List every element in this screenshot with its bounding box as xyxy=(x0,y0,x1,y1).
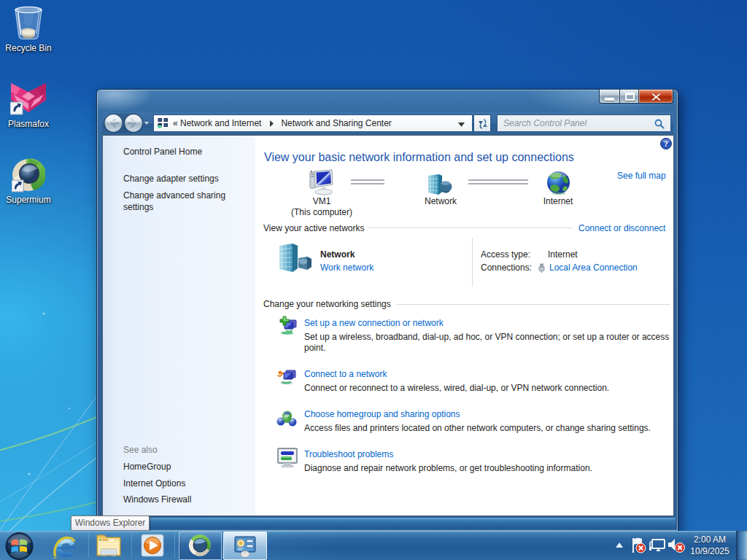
svg-text:?: ? xyxy=(664,139,668,148)
